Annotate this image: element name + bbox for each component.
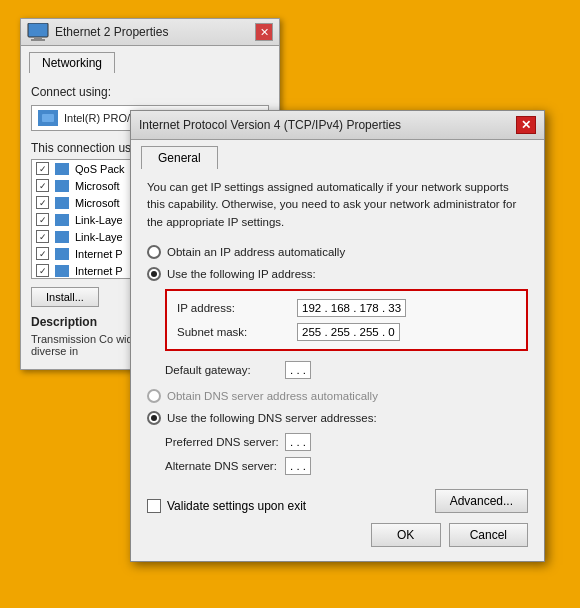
validate-checkbox[interactable] — [147, 499, 161, 513]
component-name-3: Link-Laye — [75, 214, 123, 226]
ip-address-field[interactable]: 192 . 168 . 178 . 33 — [297, 299, 406, 317]
ip-section: IP address: 192 . 168 . 178 . 33 Subnet … — [165, 289, 528, 351]
install-button[interactable]: Install... — [31, 287, 99, 307]
tab-networking[interactable]: Networking — [29, 52, 115, 73]
preferred-dns-row: Preferred DNS server: . . . — [165, 433, 528, 451]
component-name-1: Microsoft — [75, 180, 120, 192]
ethernet-titlebar: Ethernet 2 Properties ✕ — [21, 19, 279, 46]
component-icon-4 — [55, 231, 69, 243]
tcp-titlebar: Internet Protocol Version 4 (TCP/IPv4) P… — [131, 111, 544, 140]
subnet-mask-value: 255 . 255 . 255 . 0 — [302, 326, 395, 338]
tcp-tab-bar: General — [131, 140, 544, 169]
svg-rect-4 — [42, 114, 54, 122]
ethernet-tab-bar: Networking — [21, 46, 279, 73]
advanced-button[interactable]: Advanced... — [435, 489, 528, 513]
component-icon-1 — [55, 180, 69, 192]
validate-row: Validate settings upon exit — [147, 499, 306, 513]
connect-using-label: Connect using: — [31, 85, 269, 99]
radio-auto-dns-row[interactable]: Obtain DNS server address automatically — [147, 389, 528, 403]
component-checkbox-4[interactable] — [36, 230, 49, 243]
alternate-dns-row: Alternate DNS server: . . . — [165, 457, 528, 475]
tcp-body: You can get IP settings assigned automat… — [131, 169, 544, 561]
component-name-4: Link-Laye — [75, 231, 123, 243]
ok-cancel-bar: OK Cancel — [147, 523, 528, 547]
component-icon-2 — [55, 197, 69, 209]
radio-manual-ip-label: Use the following IP address: — [167, 268, 316, 280]
default-gateway-field[interactable]: . . . — [285, 361, 311, 379]
adapter-icon — [38, 110, 58, 126]
alternate-dns-label: Alternate DNS server: — [165, 460, 285, 472]
subnet-mask-label: Subnet mask: — [177, 326, 297, 338]
ip-address-value: 192 . 168 . 178 . 33 — [302, 302, 401, 314]
component-checkbox-6[interactable] — [36, 264, 49, 277]
preferred-dns-label: Preferred DNS server: — [165, 436, 285, 448]
ethernet-window-title: Ethernet 2 Properties — [55, 25, 168, 39]
default-gateway-label: Default gateway: — [165, 364, 285, 376]
cancel-button[interactable]: Cancel — [449, 523, 528, 547]
ok-button[interactable]: OK — [371, 523, 441, 547]
ip-address-row: IP address: 192 . 168 . 178 . 33 — [177, 299, 516, 317]
ethernet-window-icon — [27, 23, 49, 41]
component-icon-5 — [55, 248, 69, 260]
svg-rect-1 — [34, 37, 42, 39]
subnet-mask-field[interactable]: 255 . 255 . 255 . 0 — [297, 323, 400, 341]
component-name-0: QoS Pack — [75, 163, 125, 175]
svg-rect-0 — [28, 23, 48, 37]
radio-auto-ip-label: Obtain an IP address automatically — [167, 246, 345, 258]
subnet-mask-row: Subnet mask: 255 . 255 . 255 . 0 — [177, 323, 516, 341]
component-checkbox-0[interactable] — [36, 162, 49, 175]
default-gateway-value: . . . — [290, 364, 306, 376]
preferred-dns-field[interactable]: . . . — [285, 433, 311, 451]
radio-auto-dns[interactable] — [147, 389, 161, 403]
component-icon-3 — [55, 214, 69, 226]
ethernet-titlebar-left: Ethernet 2 Properties — [27, 23, 168, 41]
component-name-6: Internet P — [75, 265, 123, 277]
radio-manual-ip-row[interactable]: Use the following IP address: — [147, 267, 528, 281]
component-name-2: Microsoft — [75, 197, 120, 209]
component-checkbox-1[interactable] — [36, 179, 49, 192]
ip-address-label: IP address: — [177, 302, 297, 314]
validate-label: Validate settings upon exit — [167, 499, 306, 513]
component-checkbox-3[interactable] — [36, 213, 49, 226]
ethernet-close-button[interactable]: ✕ — [255, 23, 273, 41]
tcp-window: Internet Protocol Version 4 (TCP/IPv4) P… — [130, 110, 545, 562]
component-icon-0 — [55, 163, 69, 175]
component-name-5: Internet P — [75, 248, 123, 260]
component-checkbox-5[interactable] — [36, 247, 49, 260]
tcp-close-button[interactable]: ✕ — [516, 116, 536, 134]
bottom-bar: Validate settings upon exit Advanced... — [147, 489, 528, 513]
info-text: You can get IP settings assigned automat… — [147, 179, 528, 231]
alternate-dns-field[interactable]: . . . — [285, 457, 311, 475]
default-gateway-section: Default gateway: . . . — [165, 361, 528, 379]
radio-manual-dns-label: Use the following DNS server addresses: — [167, 412, 377, 424]
component-checkbox-2[interactable] — [36, 196, 49, 209]
component-icon-6 — [55, 265, 69, 277]
alternate-dns-value: . . . — [290, 460, 306, 472]
tcp-window-title: Internet Protocol Version 4 (TCP/IPv4) P… — [139, 118, 401, 132]
radio-auto-ip[interactable] — [147, 245, 161, 259]
radio-manual-dns-row[interactable]: Use the following DNS server addresses: — [147, 411, 528, 425]
tab-general[interactable]: General — [141, 146, 218, 169]
radio-manual-ip[interactable] — [147, 267, 161, 281]
radio-auto-ip-row[interactable]: Obtain an IP address automatically — [147, 245, 528, 259]
preferred-dns-value: . . . — [290, 436, 306, 448]
svg-rect-2 — [31, 39, 45, 41]
radio-auto-dns-label: Obtain DNS server address automatically — [167, 390, 378, 402]
radio-manual-dns[interactable] — [147, 411, 161, 425]
default-gateway-row: Default gateway: . . . — [165, 361, 528, 379]
dns-section: Preferred DNS server: . . . Alternate DN… — [165, 433, 528, 475]
